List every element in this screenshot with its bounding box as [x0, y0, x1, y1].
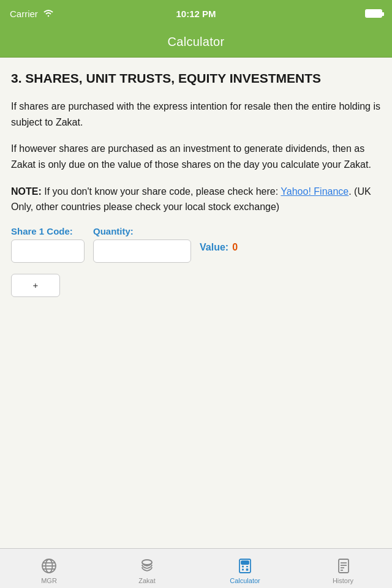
value-number: 0 — [232, 242, 238, 253]
status-right — [365, 9, 382, 18]
tab-mgr[interactable]: MGR — [0, 549, 98, 588]
battery-fill — [366, 10, 381, 17]
tab-mgr-label: MGR — [41, 577, 57, 584]
status-left: Carrier — [10, 9, 54, 19]
quantity-label: Quantity: — [93, 226, 191, 236]
value-label: Value: — [200, 242, 228, 253]
share-code-label: Share 1 Code: — [11, 226, 85, 236]
history-icon — [334, 557, 352, 575]
note-body: If you don't know your share code, pleas… — [42, 186, 281, 197]
form-section: Share 1 Code: Quantity: Value: 0 + — [11, 226, 381, 297]
tab-history[interactable]: History — [294, 549, 392, 588]
section-title: 3. SHARES, UNIT TRUSTS, EQUITY INVESTMEN… — [11, 70, 381, 86]
tab-history-label: History — [333, 577, 353, 584]
yahoo-finance-link[interactable]: Yahoo! Finance — [281, 186, 349, 197]
calculator-icon — [236, 557, 254, 575]
share-code-group: Share 1 Code: — [11, 226, 85, 263]
status-time: 10:12 PM — [176, 9, 216, 19]
main-content: 3. SHARES, UNIT TRUSTS, EQUITY INVESTMEN… — [0, 58, 392, 548]
quantity-group: Quantity: — [93, 226, 191, 263]
globe-icon — [40, 557, 58, 575]
tab-calculator-label: Calculator — [230, 577, 260, 584]
value-display: Value: 0 — [200, 226, 238, 253]
form-row: Share 1 Code: Quantity: Value: 0 — [11, 226, 381, 263]
svg-point-0 — [48, 15, 49, 16]
svg-rect-8 — [241, 561, 249, 564]
paragraph1: If shares are purchased with the express… — [11, 99, 381, 130]
tab-zakat-label: Zakat — [138, 577, 156, 584]
note-bold-label: NOTE: — [11, 186, 42, 197]
paragraph2: If however shares are purchased as an in… — [11, 141, 381, 172]
add-button[interactable]: + — [11, 274, 60, 297]
tab-calculator[interactable]: Calculator — [196, 549, 294, 588]
tab-zakat[interactable]: Zakat — [98, 549, 196, 588]
nav-title: Calculator — [167, 35, 224, 49]
battery-icon — [365, 9, 382, 18]
note-paragraph: NOTE: If you don't know your share code,… — [11, 184, 381, 215]
nav-bar: Calculator — [0, 27, 392, 58]
svg-rect-16 — [339, 559, 349, 573]
wifi-icon — [43, 9, 54, 19]
coins-icon — [138, 557, 156, 575]
quantity-input[interactable] — [93, 239, 191, 263]
tab-bar: MGR Zakat — [0, 548, 392, 588]
status-bar: Carrier 10:12 PM — [0, 0, 392, 27]
carrier-label: Carrier — [10, 9, 38, 19]
share-code-input[interactable] — [11, 239, 85, 263]
